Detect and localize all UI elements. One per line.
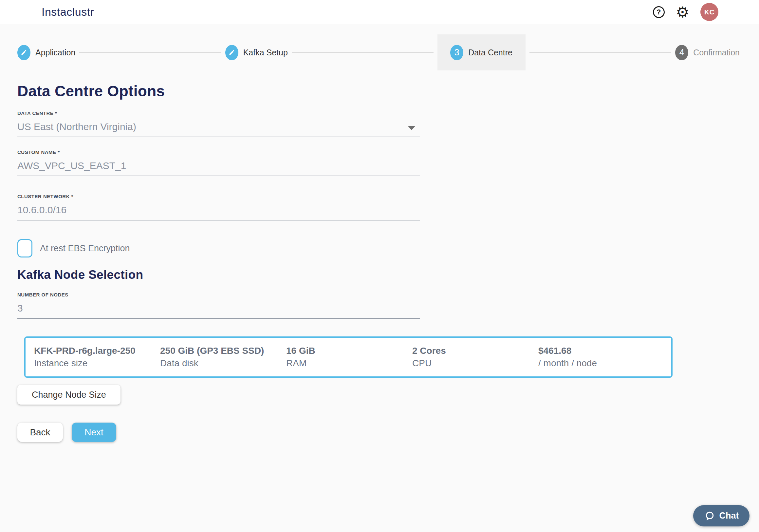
wizard-actions: Back Next [17, 423, 759, 442]
node-card-column: $461.68 / month / node [538, 346, 664, 369]
avatar[interactable]: KC [700, 3, 718, 21]
main-content: Data Centre Options DATA CENTRE * US Eas… [0, 82, 759, 442]
chat-launcher-button[interactable]: Chat [693, 505, 749, 526]
stepper-connector [292, 52, 433, 53]
speech-bubble-icon [704, 511, 715, 521]
data-disk-value: 250 GiB (GP3 EBS SSD) [160, 346, 286, 356]
chat-label: Chat [719, 511, 739, 521]
instance-size-caption: Instance size [34, 358, 160, 369]
node-card-column: 2 Cores CPU [412, 346, 538, 369]
chevron-down-icon[interactable] [408, 126, 415, 130]
back-button[interactable]: Back [17, 423, 63, 442]
custom-name-input[interactable]: AWS_VPC_US_EAST_1 [17, 160, 420, 176]
step-label: Confirmation [693, 48, 740, 57]
step-number-icon: 4 [675, 45, 688, 60]
custom-name-label: CUSTOM NAME * [17, 149, 420, 155]
step-label: Data Centre [468, 48, 512, 57]
cluster-network-field: CLUSTER NETWORK * 10.6.0.0/16 [17, 194, 420, 221]
custom-name-field: CUSTOM NAME * AWS_VPC_US_EAST_1 [17, 149, 420, 176]
step-label: Application [35, 48, 75, 57]
kafka-node-selection-title: Kafka Node Selection [17, 268, 759, 282]
step-number-icon: 3 [450, 45, 463, 60]
topbar-icons: ? ⚙ KC [653, 3, 718, 21]
data-centre-select[interactable]: US East (Northern Virginia) [17, 121, 420, 137]
help-icon[interactable]: ? [653, 6, 665, 18]
step-data-centre[interactable]: 3 Data Centre [437, 34, 526, 70]
ram-value: 16 GiB [286, 346, 412, 356]
page-title: Data Centre Options [17, 82, 759, 100]
cluster-network-input[interactable]: 10.6.0.0/16 [17, 204, 420, 221]
data-centre-field: DATA CENTRE * US East (Northern Virginia… [17, 110, 420, 137]
node-card-column: KFK-PRD-r6g.large-250 Instance size [34, 346, 160, 369]
data-centre-label: DATA CENTRE * [17, 110, 420, 116]
data-disk-caption: Data disk [160, 358, 286, 369]
change-node-size-button[interactable]: Change Node Size [17, 385, 121, 405]
stepper-connector [530, 52, 671, 53]
cpu-value: 2 Cores [412, 346, 538, 356]
stepper-connector [79, 52, 221, 53]
cluster-network-label: CLUSTER NETWORK * [17, 194, 420, 199]
node-card-column: 250 GiB (GP3 EBS SSD) Data disk [160, 346, 286, 369]
price-caption: / month / node [538, 358, 664, 369]
step-application[interactable]: Application [17, 45, 75, 60]
next-button[interactable]: Next [72, 423, 116, 442]
price-value: $461.68 [538, 346, 664, 356]
number-of-nodes-input[interactable]: 3 [17, 303, 420, 319]
top-bar: Instaclustr ? ⚙ KC [0, 0, 759, 24]
ebs-encryption-row: At rest EBS Encryption [17, 239, 759, 258]
pencil-icon [225, 45, 238, 60]
number-of-nodes-label: NUMBER OF NODES [17, 292, 420, 298]
step-label: Kafka Setup [243, 48, 288, 57]
number-of-nodes-field: NUMBER OF NODES 3 [17, 292, 420, 319]
gear-icon[interactable]: ⚙ [676, 5, 689, 20]
node-card-column: 16 GiB RAM [286, 346, 412, 369]
selected-node-size-card[interactable]: KFK-PRD-r6g.large-250 Instance size 250 … [24, 337, 673, 378]
ebs-encryption-label: At rest EBS Encryption [40, 243, 130, 254]
wizard-stepper: Application Kafka Setup 3 Data Centre 4 … [17, 34, 740, 70]
ebs-encryption-checkbox[interactable] [17, 239, 32, 258]
pencil-icon [17, 45, 30, 60]
step-confirmation[interactable]: 4 Confirmation [675, 45, 740, 60]
instance-size-value: KFK-PRD-r6g.large-250 [34, 346, 160, 356]
step-kafka-setup[interactable]: Kafka Setup [225, 45, 288, 60]
instaclustr-logo: Instaclustr [42, 6, 94, 18]
ram-caption: RAM [286, 358, 412, 369]
cpu-caption: CPU [412, 358, 538, 369]
